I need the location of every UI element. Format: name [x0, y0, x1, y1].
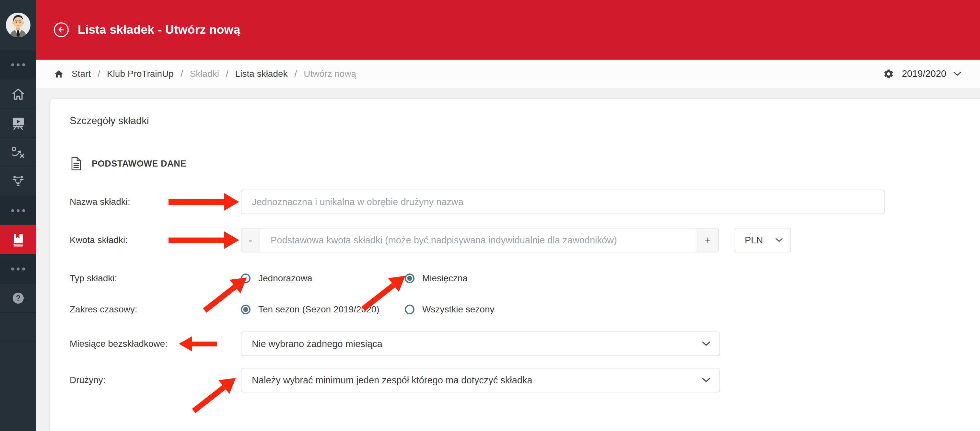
breadcrumb-separator: / — [294, 69, 297, 79]
tactics-icon — [10, 145, 26, 159]
fees-book-icon — [11, 233, 25, 247]
form-row-type: Typ składki: Jednorazowa Miesięczna — [70, 272, 980, 285]
teams-select-value: Należy wybrać minimum jeden zespół które… — [252, 375, 533, 386]
sidebar: ? — [0, 0, 36, 431]
section-header: PODSTAWOWE DANE — [70, 156, 980, 171]
dots-menu-icon — [11, 267, 25, 270]
season-selector[interactable]: 2019/2020 — [883, 68, 961, 80]
amount-field-label: Kwota składki: — [70, 235, 241, 245]
radio-option-ten-sezon[interactable]: Ten sezon (Sezon 2019/2020) — [241, 304, 405, 315]
breadcrumb-home[interactable] — [54, 69, 64, 79]
name-field-label: Nazwa składki: — [70, 197, 241, 207]
teams-select[interactable]: Należy wybrać minimum jeden zespół które… — [241, 368, 720, 393]
svg-text:?: ? — [16, 294, 21, 302]
radio-label: Jednorazowa — [258, 273, 312, 283]
amount-input[interactable] — [260, 229, 697, 252]
home-icon — [54, 69, 64, 79]
training-board-icon — [10, 116, 26, 130]
breadcrumb-item-club[interactable]: Klub ProTrainUp — [107, 69, 174, 79]
back-circle-arrow-icon — [53, 22, 69, 38]
amount-decrement-button[interactable]: - — [242, 229, 260, 252]
radio-label: Ten sezon (Sezon 2019/2020) — [258, 304, 380, 315]
name-input[interactable] — [241, 189, 885, 214]
form-row-range: Zakres czasowy: Ten sezon (Sezon 2019/20… — [70, 303, 980, 316]
radio-button[interactable] — [405, 274, 415, 283]
amount-increment-button[interactable]: + — [697, 229, 718, 252]
form-row-teams: Drużyny: Należy wybrać minimum jeden zes… — [70, 368, 980, 393]
breadcrumb-item-lista-skladek[interactable]: Lista składek — [235, 69, 288, 79]
sidebar-item-blank — [0, 313, 36, 342]
currency-select[interactable]: PLN — [734, 228, 791, 253]
breadcrumb-separator: / — [97, 69, 100, 79]
avatar-image — [5, 12, 31, 38]
card-title: Szczegóły składki — [70, 115, 980, 127]
back-button[interactable] — [53, 22, 69, 38]
page-background: Szczegóły składki PODSTAWOWE DANE Nazwa … — [36, 88, 980, 431]
sidebar-filler — [0, 342, 36, 431]
radio-button[interactable] — [405, 305, 415, 314]
app-header: Lista składek - Utwórz nową — [36, 0, 980, 60]
fee-details-card: Szczegóły składki PODSTAWOWE DANE Nazwa … — [50, 99, 980, 431]
dots-menu-icon — [11, 209, 25, 212]
sidebar-item-fees[interactable] — [0, 225, 36, 254]
dots-menu-icon — [11, 63, 25, 67]
gear-icon — [883, 68, 894, 80]
chevron-down-icon — [702, 378, 710, 383]
sidebar-item-team-structure[interactable] — [0, 167, 36, 196]
radio-option-jednorazowa[interactable]: Jednorazowa — [241, 273, 405, 283]
chevron-down-icon — [702, 342, 710, 347]
team-structure-icon — [10, 174, 26, 189]
sidebar-item-more-middle[interactable] — [0, 196, 36, 225]
radio-option-wszystkie-sezony[interactable]: Wszystkie sezony — [405, 304, 495, 315]
radio-button[interactable] — [241, 274, 250, 283]
breadcrumb-item-start[interactable]: Start — [72, 69, 91, 79]
sidebar-item-home[interactable] — [0, 80, 36, 108]
radio-button[interactable] — [241, 305, 250, 314]
months-select[interactable]: Nie wybrano żadnego miesiąca — [241, 331, 720, 356]
sidebar-item-tactics[interactable] — [0, 138, 36, 167]
radio-label: Miesięczna — [422, 273, 468, 283]
breadcrumb-separator: / — [226, 69, 229, 79]
type-field-label: Typ składki: — [70, 273, 241, 283]
breadcrumb-bar: Start / Klub ProTrainUp / Składki / List… — [36, 60, 980, 88]
form-row-name: Nazwa składki: — [70, 189, 980, 214]
home-icon — [10, 87, 26, 101]
months-field-label: Miesiące bezskładkowe: — [70, 339, 241, 349]
breadcrumb-item-utworz-nowa: Utwórz nową — [304, 69, 356, 79]
teams-field-label: Drużyny: — [70, 375, 241, 385]
currency-value: PLN — [745, 235, 763, 246]
sidebar-item-more-top[interactable] — [0, 50, 36, 80]
radio-option-miesieczna[interactable]: Miesięczna — [405, 273, 468, 283]
sidebar-item-training-board[interactable] — [0, 108, 36, 138]
user-avatar[interactable] — [0, 0, 36, 50]
page-title: Lista składek - Utwórz nową — [78, 23, 240, 37]
season-value: 2019/2020 — [902, 68, 946, 79]
breadcrumb-separator: / — [180, 69, 183, 79]
chevron-down-icon — [953, 72, 961, 76]
form-row-amount: Kwota składki: - + PLN — [70, 228, 980, 253]
range-field-label: Zakres czasowy: — [70, 304, 241, 315]
sidebar-item-help[interactable]: ? — [0, 283, 36, 313]
amount-stepper-group: - + — [241, 228, 719, 253]
help-icon: ? — [11, 291, 25, 305]
radio-label: Wszystkie sezony — [422, 304, 495, 315]
section-title: PODSTAWOWE DANE — [92, 159, 186, 169]
chevron-down-icon — [775, 238, 783, 242]
form-row-months: Miesiące bezskładkowe: Nie wybrano żadne… — [70, 331, 980, 356]
document-icon — [70, 156, 83, 171]
breadcrumb-item-skladki: Składki — [190, 69, 219, 79]
months-select-value: Nie wybrano żadnego miesiąca — [252, 339, 382, 349]
sidebar-item-more-bottom[interactable] — [0, 254, 36, 283]
